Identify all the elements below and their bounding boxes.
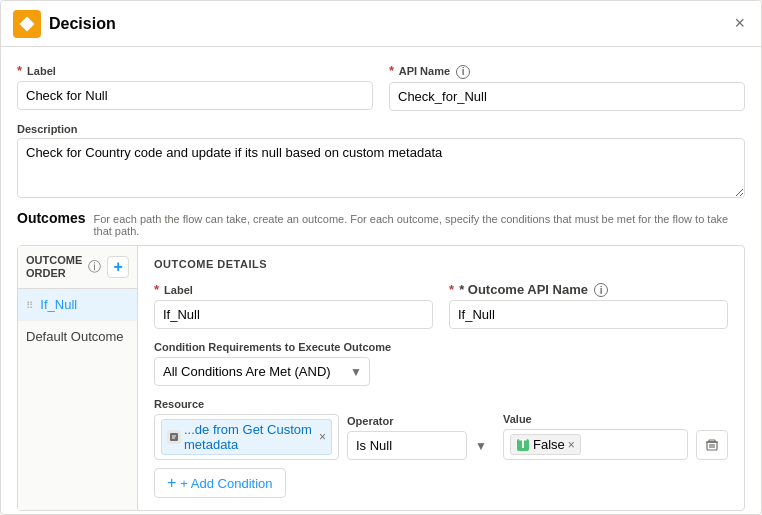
- resource-token-text: ...de from Get Custom metadata: [184, 422, 316, 452]
- value-col: Value T False ×: [503, 413, 688, 460]
- outcome-label-apiname-row: * Label * * Outcome API Name i: [154, 282, 728, 330]
- add-outcome-button[interactable]: +: [107, 256, 129, 278]
- outcome-api-name-group: * * Outcome API Name i: [449, 282, 728, 330]
- value-token-close[interactable]: ×: [568, 439, 575, 451]
- modal-body: * Label * API Name i Description Check f…: [1, 47, 761, 514]
- close-button[interactable]: ×: [730, 9, 749, 38]
- default-outcome-label: Default Outcome: [26, 329, 124, 344]
- outcomes-sidebar: OUTCOME ORDER ⓘ + ⠿ If_Null Default Outc…: [18, 246, 138, 511]
- plus-icon: +: [167, 475, 176, 491]
- description-input[interactable]: Check for Country code and update if its…: [17, 138, 745, 198]
- outcome-label-input[interactable]: [154, 300, 433, 329]
- condition-requirements-select[interactable]: All Conditions Are Met (AND) Any Conditi…: [154, 357, 370, 386]
- label-group: * Label: [17, 63, 373, 111]
- modal-title: Decision: [49, 15, 730, 33]
- api-name-group: * API Name i: [389, 63, 745, 111]
- resource-col: Resource ...de from G: [154, 398, 339, 460]
- decision-icon: [13, 10, 41, 38]
- sidebar-header-text: OUTCOME ORDER: [26, 254, 82, 280]
- label-apiname-row: * Label * API Name i: [17, 63, 745, 111]
- delete-condition-col: [696, 430, 728, 460]
- operator-col: Operator Is Null Equals Not Equal To ▼: [347, 415, 495, 460]
- outcome-api-name-label: * * Outcome API Name i: [449, 282, 728, 298]
- operator-select-arrow-icon: ▼: [475, 439, 487, 453]
- resource-label: Resource: [154, 398, 339, 410]
- operator-select[interactable]: Is Null Equals Not Equal To: [347, 431, 467, 460]
- diamond-icon: [18, 15, 36, 33]
- outcome-api-info-icon[interactable]: i: [594, 283, 608, 297]
- resource-icon-svg: [169, 432, 179, 442]
- resource-token-close[interactable]: ×: [319, 431, 326, 443]
- info-circle-icon: ⓘ: [88, 258, 101, 276]
- svg-rect-10: [709, 440, 715, 442]
- outcome-label-field-label: * Label: [154, 282, 433, 297]
- outcomes-description: For each path the flow can take, create …: [93, 213, 745, 237]
- description-label: Description: [17, 123, 745, 135]
- svg-text:T: T: [519, 439, 527, 451]
- sidebar-header: OUTCOME ORDER ⓘ +: [18, 246, 137, 289]
- api-name-field-label: * API Name i: [389, 63, 745, 79]
- add-condition-label: + Add Condition: [180, 476, 272, 491]
- delete-condition-button[interactable]: [696, 430, 728, 460]
- outcome-item-if-null[interactable]: ⠿ If_Null: [18, 289, 137, 321]
- outcome-api-name-input[interactable]: [449, 300, 728, 329]
- resource-token-icon: [167, 430, 181, 444]
- api-name-info-icon[interactable]: i: [456, 65, 470, 79]
- value-label: Value: [503, 413, 688, 425]
- condition-requirements-group: Condition Requirements to Execute Outcom…: [154, 341, 728, 386]
- svg-rect-0: [170, 433, 178, 441]
- drag-handle-icon: ⠿: [26, 300, 33, 311]
- outcome-details-panel: OUTCOME DETAILS * Label * * Outcome API …: [138, 246, 744, 511]
- modal-header: Decision ×: [1, 1, 761, 47]
- value-token-text: False: [533, 437, 565, 452]
- outcome-item-label: If_Null: [40, 297, 77, 312]
- outcome-label-group: * Label: [154, 282, 433, 330]
- api-name-input[interactable]: [389, 82, 745, 111]
- outcome-order-info-button[interactable]: ⓘ: [86, 256, 103, 278]
- outcomes-section-header: Outcomes For each path the flow can take…: [17, 210, 745, 237]
- outcome-details-title: OUTCOME DETAILS: [154, 258, 728, 270]
- label-input[interactable]: [17, 81, 373, 110]
- resource-token-input[interactable]: ...de from Get Custom metadata ×: [154, 414, 339, 460]
- operator-select-wrapper: Is Null Equals Not Equal To ▼: [347, 431, 495, 460]
- default-outcome-item[interactable]: Default Outcome: [18, 321, 137, 352]
- add-condition-button[interactable]: + + Add Condition: [154, 468, 286, 498]
- value-token-icon: T: [516, 438, 530, 452]
- decision-modal: Decision × * Label * API Name i Descript…: [0, 0, 762, 515]
- value-token-input[interactable]: T False ×: [503, 429, 688, 460]
- condition-row: Resource ...de from G: [154, 398, 728, 460]
- value-icon-svg: T: [517, 439, 529, 451]
- condition-req-select-wrapper: All Conditions Are Met (AND) Any Conditi…: [154, 357, 370, 386]
- resource-token: ...de from Get Custom metadata ×: [161, 419, 332, 455]
- value-token: T False ×: [510, 434, 581, 455]
- label-field-label: * Label: [17, 63, 373, 78]
- condition-req-label: Condition Requirements to Execute Outcom…: [154, 341, 728, 353]
- outcomes-area: OUTCOME ORDER ⓘ + ⠿ If_Null Default Outc…: [17, 245, 745, 512]
- outcomes-title: Outcomes: [17, 210, 85, 226]
- trash-icon: [705, 438, 719, 452]
- description-group: Description Check for Country code and u…: [17, 123, 745, 198]
- operator-label: Operator: [347, 415, 495, 427]
